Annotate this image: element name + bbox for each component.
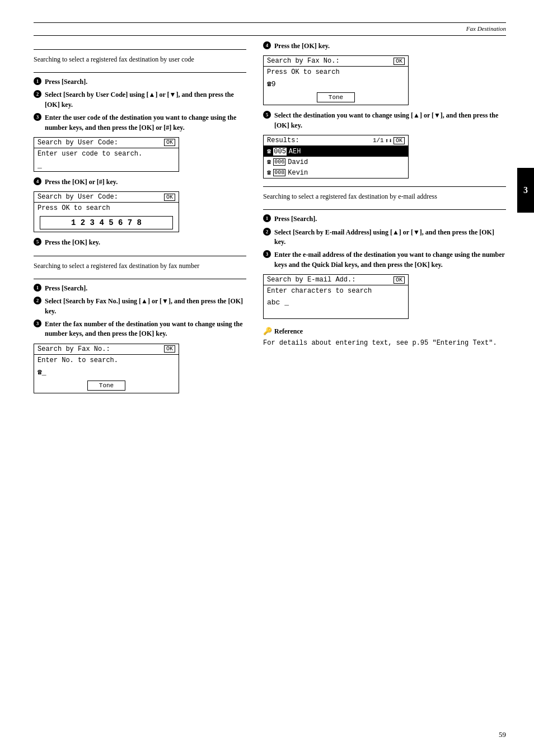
lcd6-title-row: Search by E-mail Add.: OK	[264, 275, 408, 285]
reference-text: For details about entering text, see p.9…	[263, 338, 506, 348]
reference-section: 🔑 Reference For details about entering t…	[263, 327, 506, 348]
lcd5-nav-arrows: ⬆⬇	[385, 137, 392, 144]
lcd5-title-row: Results: 1/1 ⬆⬇ OK	[264, 135, 408, 146]
reference-title: 🔑 Reference	[263, 327, 506, 336]
lcd5-row1-name: AEH	[289, 148, 301, 156]
fax-step1-num: 1	[34, 284, 41, 292]
lcd-screen-2: Search by User Code: OK Press OK to sear…	[34, 191, 179, 232]
step5-text: Press the [OK] key.	[45, 238, 100, 247]
section3-divider2	[263, 209, 506, 210]
right-fax-step5-text: Select the destination you want to chang…	[274, 111, 506, 130]
fax-step3-num: 3	[34, 320, 41, 327]
email-step1-text: Press [Search].	[274, 214, 317, 224]
lcd1-ok: OK	[164, 139, 175, 146]
lcd1-row3: _	[34, 159, 179, 171]
fax-step3: 3 Enter the fax number of the destinatio…	[34, 320, 246, 339]
lcd4-title: Search by Fax No.:	[267, 57, 340, 65]
section2-divider2	[34, 279, 246, 279]
lcd3-title-row: Search by Fax No.: OK	[34, 344, 179, 355]
lcd5-result-row-2: ☎006David	[264, 157, 408, 167]
lcd1-title: Search by User Code:	[38, 139, 118, 147]
section2-heading: Searching to select a registered fax des…	[34, 261, 246, 271]
lcd5-row2-num: 006	[273, 158, 285, 166]
lcd5-nav: 1/1 ⬆⬇ OK	[373, 137, 405, 144]
tab-indicator: 3	[517, 168, 534, 213]
lcd4-ok: OK	[394, 58, 405, 65]
lcd-screen-1: Search by User Code: OK Enter user code …	[34, 137, 179, 172]
lcd3-ok: OK	[164, 345, 175, 353]
lcd6-empty-row	[264, 308, 408, 318]
section1-divider	[34, 49, 246, 50]
right-fax-step5-num: 5	[263, 111, 271, 119]
lcd1-title-row: Search by User Code: OK	[34, 138, 179, 148]
lcd2-title: Search by User Code:	[38, 193, 118, 201]
email-step3: 3 Enter the e-mail address of the destin…	[263, 250, 506, 270]
fax-step2-text: Select [Search by Fax No.] using [▲] or …	[45, 297, 246, 316]
page-number: 59	[499, 730, 506, 739]
section2-divider	[34, 256, 246, 256]
step2: 2 Select [Search by User Code] using [▲]…	[34, 90, 246, 110]
lcd4-row3: ☎9	[264, 78, 408, 90]
email-step3-num: 3	[263, 250, 271, 258]
step1-text: Press [Search].	[45, 77, 87, 87]
lcd5-row1-num: 005	[273, 148, 287, 156]
email-step2-num: 2	[263, 228, 271, 236]
email-step2: 2 Select [Search by E-mail Address] usin…	[263, 228, 506, 247]
fax-step2-num: 2	[34, 297, 41, 304]
lcd4-row2: Press OK to search	[264, 67, 408, 78]
key-icon: 🔑	[263, 327, 272, 336]
section1-divider2	[34, 72, 246, 73]
lcd3-title: Search by Fax No.:	[38, 345, 110, 353]
lcd6-row3: abc _	[264, 297, 408, 308]
lcd5-ok: OK	[394, 137, 405, 144]
lcd-screen-4: Search by Fax No.: OK Press OK to search…	[263, 55, 409, 105]
lcd-screen-5-results: Results: 1/1 ⬆⬇ OK ☎005AEH ☎006David	[263, 135, 409, 179]
right-fax-step4-text: Press the [OK] key.	[274, 41, 330, 51]
lcd6-row2: Enter characters to search	[264, 285, 408, 297]
step4-num: 4	[34, 177, 41, 185]
step1-num: 1	[34, 77, 41, 85]
lcd5-title: Results:	[267, 137, 299, 144]
step4-text: Press the [OK] or [#] key.	[45, 177, 118, 187]
lcd4-button-row: Tone	[264, 90, 408, 105]
lcd5-row3-name: Kevin	[288, 169, 308, 177]
lcd-screen-3: Search by Fax No.: OK Enter No. to searc…	[34, 344, 179, 393]
email-step3-text: Enter the e-mail address of the destinat…	[274, 250, 506, 270]
section3-heading: Searching to select a registered fax des…	[263, 191, 506, 201]
lcd5-page-info: 1/1	[373, 137, 384, 144]
fax-step2: 2 Select [Search by Fax No.] using [▲] o…	[34, 297, 246, 316]
page: Fax Destination 3 Searching to select a …	[0, 0, 534, 756]
lcd5-row3-icon: ☎	[267, 168, 271, 177]
lcd3-button-row: Tone	[34, 378, 179, 393]
lcd6-ok: OK	[394, 276, 405, 284]
step3: 3 Enter the user code of the destination…	[34, 113, 246, 133]
lcd3-row3: ☎_	[34, 366, 179, 378]
lcd5-row2-name: David	[288, 158, 308, 166]
step5: 5 Press the [OK] key.	[34, 238, 246, 247]
lcd2-row3: 1 2 3 4 5 6 7 8	[40, 216, 173, 229]
fax-step1: 1 Press [Search].	[34, 284, 246, 293]
right-fax-step5: 5 Select the destination you want to cha…	[263, 111, 506, 130]
lcd3-tone-button[interactable]: Tone	[87, 381, 125, 391]
lcd4-title-row: Search by Fax No.: OK	[264, 56, 408, 67]
step2-num: 2	[34, 90, 41, 98]
lcd5-row3-num: 008	[273, 169, 285, 176]
lcd1-row2: Enter user code to search.	[34, 148, 179, 159]
page-header: Fax Destination	[34, 25, 506, 36]
lcd5-row1-icon: ☎	[267, 147, 271, 156]
email-step2-text: Select [Search by E-mail Address] using …	[274, 228, 506, 247]
lcd2-ok: OK	[164, 194, 175, 201]
lcd5-result-row-3: ☎008Kevin	[264, 167, 408, 178]
lcd5-row2-icon: ☎	[267, 158, 271, 166]
lcd4-tone-button[interactable]: Tone	[317, 92, 355, 102]
lcd6-title: Search by E-mail Add.:	[267, 276, 355, 284]
left-column: Searching to select a registered fax des…	[34, 41, 246, 399]
section1-heading: Searching to select a registered fax des…	[34, 54, 246, 64]
lcd-screen-6: Search by E-mail Add.: OK Enter characte…	[263, 274, 409, 319]
right-fax-step4-num: 4	[263, 41, 271, 49]
step4: 4 Press the [OK] or [#] key.	[34, 177, 246, 187]
email-step1-num: 1	[263, 214, 271, 222]
step3-text: Enter the user code of the destination y…	[45, 113, 246, 133]
step5-num: 5	[34, 238, 41, 246]
email-step1: 1 Press [Search].	[263, 214, 506, 224]
